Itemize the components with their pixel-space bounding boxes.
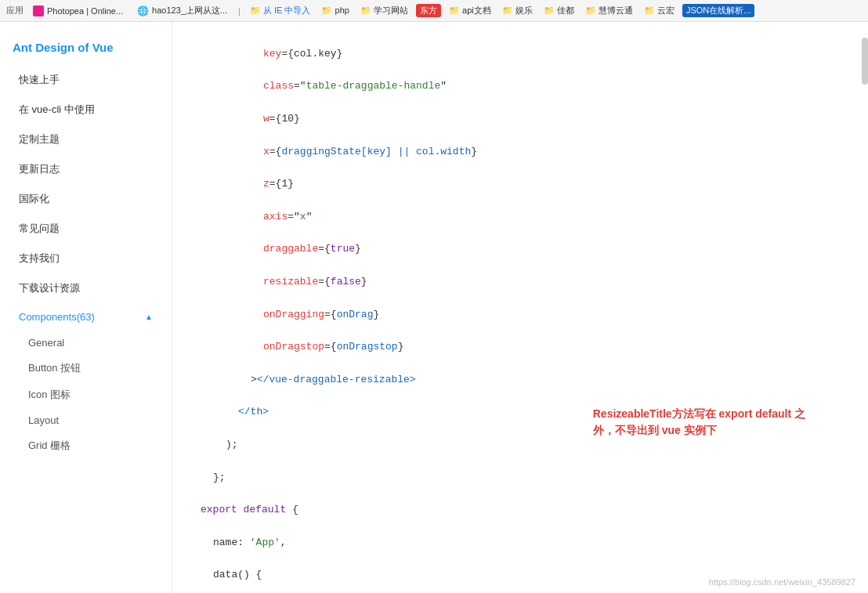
sidebar-subitem-grid[interactable]: Grid 栅格 <box>0 432 172 459</box>
sidebar-subitem-general[interactable]: General <box>0 331 172 355</box>
tab-hao123-label: hao123_上网从这... <box>152 5 227 16</box>
main-layout: Ant Design of Vue 快速上手 在 vue-cli 中使用 定制主… <box>0 22 868 593</box>
tab-photopea[interactable]: Photopea | Online... <box>28 4 128 18</box>
browser-bar: 应用 Photopea | Online... 🌐 hao123_上网从这...… <box>0 0 868 22</box>
watermark: https://blog.csdn.net/weixin_43589827 <box>709 577 855 587</box>
sidebar-subitem-button[interactable]: Button 按钮 <box>0 355 172 381</box>
sidebar-item-components[interactable]: Components(63) ▲ <box>0 303 172 331</box>
tab-photopea-label: Photopea | Online... <box>47 6 123 16</box>
sidebar-item-quickstart[interactable]: 快速上手 <box>0 65 172 95</box>
bookmark-json[interactable]: JSON在线解析... <box>682 4 755 17</box>
code-area[interactable]: key={col.key} class="table-draggable-han… <box>172 22 868 593</box>
sidebar: Ant Design of Vue 快速上手 在 vue-cli 中使用 定制主… <box>0 22 172 593</box>
sidebar-item-vue-cli[interactable]: 在 vue-cli 中使用 <box>0 95 172 125</box>
sidebar-subitem-icon[interactable]: Icon 图标 <box>0 381 172 408</box>
sidebar-brand[interactable]: Ant Design of Vue <box>0 30 172 65</box>
scroll-thumb[interactable] <box>862 38 868 85</box>
sidebar-item-resources[interactable]: 下载设计资源 <box>0 273 172 303</box>
content-area: key={col.key} class="table-draggable-han… <box>172 22 868 593</box>
bookmark-php[interactable]: 📁 php <box>318 5 352 16</box>
sidebar-item-changelog[interactable]: 更新日志 <box>0 154 172 184</box>
sidebar-item-i18n[interactable]: 国际化 <box>0 184 172 214</box>
scrollbar[interactable] <box>862 22 868 593</box>
chevron-up-icon: ▲ <box>145 313 153 321</box>
bookmark-dongfang[interactable]: 东方 <box>416 4 441 17</box>
sidebar-subitem-layout[interactable]: Layout <box>0 408 172 432</box>
app-label: 应用 <box>6 5 24 16</box>
hao123-icon: 🌐 <box>137 5 149 16</box>
tab-hao123[interactable]: 🌐 hao123_上网从这... <box>132 3 232 18</box>
bookmark-api[interactable]: 📁 api文档 <box>446 4 494 17</box>
photopea-icon <box>33 5 44 16</box>
sidebar-item-faq[interactable]: 常见问题 <box>0 214 172 244</box>
bookmark-learning[interactable]: 📁 学习网站 <box>357 4 411 17</box>
bookmark-jiadu[interactable]: 📁 佳都 <box>541 4 577 17</box>
bookmark-entertainment[interactable]: 📁 娱乐 <box>499 4 536 17</box>
sidebar-item-support[interactable]: 支持我们 <box>0 244 172 273</box>
sidebar-item-theme[interactable]: 定制主题 <box>0 125 172 154</box>
bookmark-ie[interactable]: 📁 从 IE 中导入 <box>247 4 314 17</box>
bookmark-separator: | <box>238 6 241 16</box>
bookmark-huibo[interactable]: 📁 慧博云通 <box>582 4 636 17</box>
bookmark-yunhong[interactable]: 📁 云宏 <box>641 4 678 17</box>
code-block: key={col.key} class="table-draggable-han… <box>172 22 868 593</box>
